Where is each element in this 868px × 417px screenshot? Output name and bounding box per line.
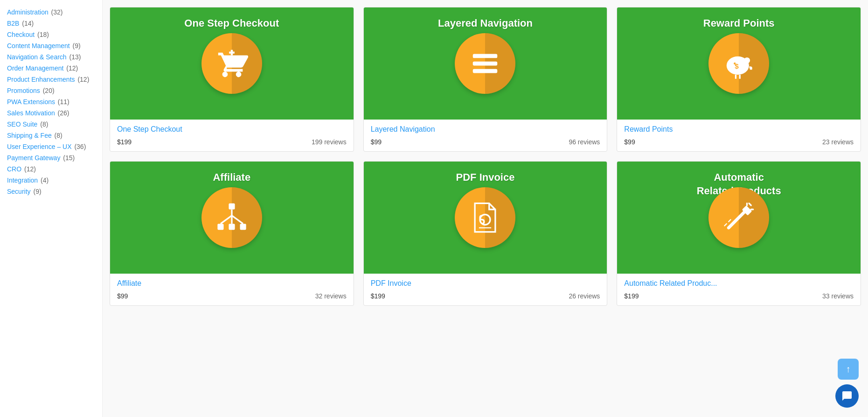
- sidebar-item-security[interactable]: Security (9): [7, 188, 95, 195]
- product-price-reward-points: $99: [624, 138, 635, 146]
- product-reviews-pdf-invoice: 26 reviews: [569, 292, 600, 300]
- sidebar-link-promotions[interactable]: Promotions: [7, 87, 40, 94]
- product-title-overlay-reward-points: Reward Points: [617, 17, 861, 30]
- page-layout: Administration (32)B2B (14)Checkout (18)…: [0, 0, 868, 417]
- sidebar-count-shipping-fee: (8): [53, 132, 62, 139]
- product-title-overlay-affiliate: Affiliate: [110, 171, 354, 184]
- sidebar-count-checkout: (18): [35, 31, 49, 38]
- product-name-pdf-invoice[interactable]: PDF Invoice: [371, 279, 600, 288]
- sidebar-item-navigation-search[interactable]: Navigation & Search (13): [7, 53, 95, 61]
- product-meta-pdf-invoice: $199 26 reviews: [371, 292, 600, 300]
- product-card-affiliate[interactable]: Affiliate Affiliate $99 32 reviews: [110, 161, 354, 306]
- product-price-one-step-checkout: $199: [117, 138, 132, 146]
- product-image-automatic-related-products: AutomaticRelated Products: [617, 162, 861, 274]
- sidebar-item-seo-suite[interactable]: SEO Suite (8): [7, 120, 95, 128]
- sidebar-link-cro[interactable]: CRO: [7, 165, 21, 173]
- product-card-layered-navigation[interactable]: Layered Navigation Layered Navigation $9…: [363, 7, 608, 152]
- sidebar-item-sales-motivation[interactable]: Sales Motivation (26): [7, 109, 95, 117]
- product-info-affiliate: Affiliate $99 32 reviews: [110, 274, 354, 305]
- sidebar-item-content-management[interactable]: Content Management (9): [7, 42, 95, 49]
- sidebar-link-seo-suite[interactable]: SEO Suite: [7, 120, 37, 128]
- product-name-reward-points[interactable]: Reward Points: [624, 125, 854, 134]
- svg-line-14: [232, 216, 243, 224]
- product-icon-circle-automatic-related-products: [708, 187, 769, 248]
- product-title-overlay-pdf-invoice: PDF Invoice: [364, 171, 607, 184]
- sidebar-item-pwa-extensions[interactable]: PWA Extensions (11): [7, 98, 95, 106]
- sidebar-item-product-enhancements[interactable]: Product Enhancements (12): [7, 76, 95, 83]
- sidebar-item-shipping-fee[interactable]: Shipping & Fee (8): [7, 132, 95, 139]
- sidebar-count-b2b: (14): [20, 20, 34, 27]
- product-name-layered-navigation[interactable]: Layered Navigation: [371, 125, 600, 134]
- product-info-layered-navigation: Layered Navigation $99 96 reviews: [364, 120, 607, 151]
- product-price-affiliate: $99: [117, 292, 128, 300]
- sidebar-link-navigation-search[interactable]: Navigation & Search: [7, 53, 67, 61]
- svg-rect-1: [473, 62, 498, 66]
- svg-rect-10: [240, 224, 246, 230]
- sidebar-item-cro[interactable]: CRO (12): [7, 165, 95, 173]
- product-reviews-affiliate: 32 reviews: [315, 292, 347, 300]
- sidebar-item-b2b[interactable]: B2B (14): [7, 20, 95, 27]
- product-card-one-step-checkout[interactable]: One Step Checkout One Step Checkout $199…: [110, 7, 354, 152]
- product-reviews-one-step-checkout: 199 reviews: [312, 138, 347, 146]
- sidebar-link-product-enhancements[interactable]: Product Enhancements: [7, 76, 75, 83]
- sidebar-item-checkout[interactable]: Checkout (18): [7, 31, 95, 38]
- product-card-reward-points[interactable]: Reward Points $ Reward Points $99 23 rev…: [617, 7, 861, 152]
- sidebar-item-user-experience-ux[interactable]: User Experience – UX (36): [7, 143, 95, 150]
- sidebar-count-administration: (32): [49, 8, 63, 16]
- product-meta-reward-points: $99 23 reviews: [624, 138, 854, 146]
- svg-rect-2: [473, 69, 498, 73]
- sidebar-count-payment-gateway: (15): [61, 154, 75, 162]
- sidebar-count-integration: (4): [39, 177, 49, 184]
- product-reviews-reward-points: 23 reviews: [822, 138, 854, 146]
- sidebar-link-checkout[interactable]: Checkout: [7, 31, 35, 38]
- product-reviews-automatic-related-products: 33 reviews: [822, 292, 854, 300]
- product-title-overlay-layered-navigation: Layered Navigation: [364, 17, 607, 30]
- svg-rect-9: [229, 224, 235, 230]
- sidebar-link-content-management[interactable]: Content Management: [7, 42, 70, 49]
- main-content: One Step Checkout One Step Checkout $199…: [103, 0, 868, 417]
- sidebar-link-pwa-extensions[interactable]: PWA Extensions: [7, 98, 55, 106]
- product-icon-circle-pdf-invoice: [455, 187, 515, 248]
- sidebar-item-payment-gateway[interactable]: Payment Gateway (15): [7, 154, 95, 162]
- sidebar-count-promotions: (20): [41, 87, 55, 94]
- svg-text:$: $: [735, 62, 739, 70]
- sidebar-link-sales-motivation[interactable]: Sales Motivation: [7, 109, 55, 117]
- product-icon-circle-reward-points: $: [708, 33, 769, 94]
- product-icon-circle-affiliate: [201, 187, 262, 248]
- product-info-reward-points: Reward Points $99 23 reviews: [617, 120, 861, 151]
- sidebar-count-cro: (12): [22, 165, 36, 173]
- chat-button[interactable]: [835, 384, 859, 408]
- product-card-automatic-related-products[interactable]: AutomaticRelated Products Automatic Rela…: [617, 161, 861, 306]
- sidebar-item-order-management[interactable]: Order Management (12): [7, 64, 95, 72]
- sidebar-count-user-experience-ux: (36): [73, 143, 86, 150]
- product-icon-circle-one-step-checkout: [201, 33, 262, 94]
- product-price-automatic-related-products: $199: [624, 292, 639, 300]
- sidebar-link-administration[interactable]: Administration: [7, 8, 49, 16]
- sidebar-link-user-experience-ux[interactable]: User Experience – UX: [7, 143, 72, 150]
- sidebar-link-order-management[interactable]: Order Management: [7, 64, 63, 72]
- svg-rect-8: [217, 224, 223, 230]
- product-image-one-step-checkout: One Step Checkout: [110, 7, 354, 120]
- scroll-top-button[interactable]: ↑: [838, 359, 859, 380]
- sidebar-item-integration[interactable]: Integration (4): [7, 177, 95, 184]
- product-image-reward-points: Reward Points $: [617, 7, 861, 120]
- sidebar-link-payment-gateway[interactable]: Payment Gateway: [7, 154, 60, 162]
- sidebar-count-navigation-search: (13): [68, 53, 81, 61]
- product-card-pdf-invoice[interactable]: PDF Invoice PDF Invoice $199 26 reviews: [363, 161, 608, 306]
- product-name-automatic-related-products[interactable]: Automatic Related Produc...: [624, 279, 854, 288]
- product-image-pdf-invoice: PDF Invoice: [364, 162, 607, 274]
- product-meta-automatic-related-products: $199 33 reviews: [624, 292, 854, 300]
- product-name-affiliate[interactable]: Affiliate: [117, 279, 347, 288]
- sidebar-link-security[interactable]: Security: [7, 188, 31, 195]
- sidebar-item-administration[interactable]: Administration (32): [7, 8, 95, 16]
- sidebar-link-shipping-fee[interactable]: Shipping & Fee: [7, 132, 52, 139]
- sidebar-count-content-management: (9): [71, 42, 81, 49]
- sidebar-link-integration[interactable]: Integration: [7, 177, 38, 184]
- sidebar-item-promotions[interactable]: Promotions (20): [7, 87, 95, 94]
- svg-line-12: [221, 216, 232, 224]
- product-meta-affiliate: $99 32 reviews: [117, 292, 347, 300]
- product-name-one-step-checkout[interactable]: One Step Checkout: [117, 125, 347, 134]
- sidebar-link-b2b[interactable]: B2B: [7, 20, 19, 27]
- product-image-layered-navigation: Layered Navigation: [364, 7, 607, 120]
- sidebar: Administration (32)B2B (14)Checkout (18)…: [0, 0, 103, 417]
